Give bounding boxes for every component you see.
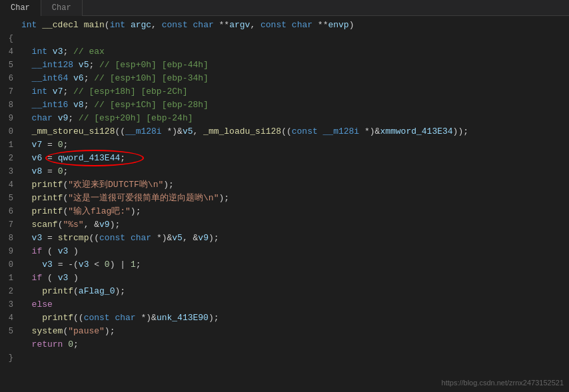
code-line: 5 __int128 v5; // [esp+0h] [ebp-44h] — [0, 59, 569, 72]
line-number: 3 — [3, 165, 21, 178]
code-text: printf(aFlag_0); — [21, 285, 125, 298]
code-text: __int64 v6; // [esp+10h] [ebp-34h] — [21, 72, 209, 85]
code-text: __int16 v8; // [esp+1Ch] [ebp-28h] — [21, 98, 209, 112]
tab-1[interactable]: Char — [0, 0, 41, 16]
code-text: else — [21, 298, 53, 311]
code-line: 5 printf("这是一道很可爱很简单的逆向题哟\n"); — [0, 192, 569, 205]
code-text: return 0; — [21, 338, 79, 351]
code-area: int __cdecl main(int argc, const char **… — [0, 16, 569, 365]
code-text: v6 = qword_413E44; — [21, 152, 125, 165]
code-line: { — [0, 32, 569, 45]
code-text: v7 = 0; — [21, 138, 68, 152]
line-number: 1 — [3, 272, 21, 285]
line-number: 7 — [3, 85, 21, 98]
code-text: scanf("%s", &v9); — [21, 218, 120, 232]
code-text: v3 = -(v3 < 0) | 1; — [21, 258, 141, 272]
code-line: 8 v3 = strcmp((const char *)&v5, &v9); — [0, 232, 569, 245]
line-number: 3 — [3, 298, 21, 311]
line-number: 4 — [3, 311, 21, 325]
code-text: int v3; // eax — [21, 45, 105, 59]
code-line: 4 printf((const char *)&unk_413E90); — [0, 311, 569, 325]
tab-2[interactable]: Char — [41, 0, 83, 16]
code-line: 2 printf(aFlag_0); — [0, 285, 569, 298]
line-number: 2 — [3, 152, 21, 165]
line-number: 4 — [3, 45, 21, 59]
line-number: 5 — [3, 192, 21, 205]
code-line: 9 if ( v3 ) — [0, 245, 569, 258]
code-line: 3 v8 = 0; — [0, 165, 569, 178]
code-text: _mm_storeu_si128((__m128i *)&v5, _mm_loa… — [21, 125, 468, 138]
code-text: printf("这是一道很可爱很简单的逆向题哟\n"); — [21, 192, 229, 205]
code-line: 4 int v3; // eax — [0, 45, 569, 59]
code-text: v3 = strcmp((const char *)&v5, &v9); — [21, 232, 219, 245]
line-number: 5 — [3, 59, 21, 72]
code-line: 7 scanf("%s", &v9); — [0, 218, 569, 232]
code-text: printf((const char *)&unk_413E90); — [21, 311, 219, 325]
line-number: 0 — [3, 258, 21, 272]
line-number: 5 — [3, 325, 21, 338]
code-line: return 0; — [0, 338, 569, 351]
code-line: 2 v6 = qword_413E44; — [0, 152, 569, 165]
code-text: printf("输入flag吧:"); — [21, 205, 141, 218]
line-number: 0 — [3, 125, 21, 138]
line-number: 9 — [3, 245, 21, 258]
code-line: int __cdecl main(int argc, const char **… — [0, 19, 569, 32]
line-number: 7 — [3, 218, 21, 232]
code-line: 1 v7 = 0; — [0, 138, 569, 152]
code-line: 7 int v7; // [esp+18h] [ebp-2Ch] — [0, 85, 569, 98]
line-number: 9 — [3, 112, 21, 125]
code-line: 5 system("pause"); — [0, 325, 569, 338]
line-number: 4 — [3, 178, 21, 192]
code-text: if ( v3 ) — [21, 245, 79, 258]
code-line: 0 _mm_storeu_si128((__m128i *)&v5, _mm_l… — [0, 125, 569, 138]
code-text: __int128 v5; // [esp+0h] [ebp-44h] — [21, 59, 209, 72]
code-line: 6 printf("输入flag吧:"); — [0, 205, 569, 218]
line-number: 8 — [3, 98, 21, 112]
code-text: if ( v3 ) — [21, 272, 79, 285]
line-number: 8 — [3, 232, 21, 245]
watermark: https://blog.csdn.net/zrnx2473152521 — [442, 379, 564, 387]
line-number: } — [3, 351, 21, 365]
code-line: 6 __int64 v6; // [esp+10h] [ebp-34h] — [0, 72, 569, 85]
code-text: int __cdecl main(int argc, const char **… — [21, 19, 354, 32]
code-text: char v9; // [esp+20h] [ebp-24h] — [21, 112, 193, 125]
code-line: } — [0, 351, 569, 365]
line-number: 6 — [3, 205, 21, 218]
code-line: 4 printf("欢迎来到DUTCTF哟\n"); — [0, 178, 569, 192]
line-number: 6 — [3, 72, 21, 85]
code-line: 0 v3 = -(v3 < 0) | 1; — [0, 258, 569, 272]
code-line: 8 __int16 v8; // [esp+1Ch] [ebp-28h] — [0, 98, 569, 112]
code-line: 9 char v9; // [esp+20h] [ebp-24h] — [0, 112, 569, 125]
line-number: 1 — [3, 138, 21, 152]
code-text: printf("欢迎来到DUTCTF哟\n"); — [21, 178, 174, 192]
code-text: system("pause"); — [21, 325, 115, 338]
code-container: Char Char int __cdecl main(int argc, con… — [0, 0, 569, 392]
line-number: { — [3, 32, 21, 45]
code-text: v8 = 0; — [21, 165, 68, 178]
code-line: 3 else — [0, 298, 569, 311]
code-text: int v7; // [esp+18h] [ebp-2Ch] — [21, 85, 188, 98]
code-line: 1 if ( v3 ) — [0, 272, 569, 285]
line-number: 2 — [3, 285, 21, 298]
